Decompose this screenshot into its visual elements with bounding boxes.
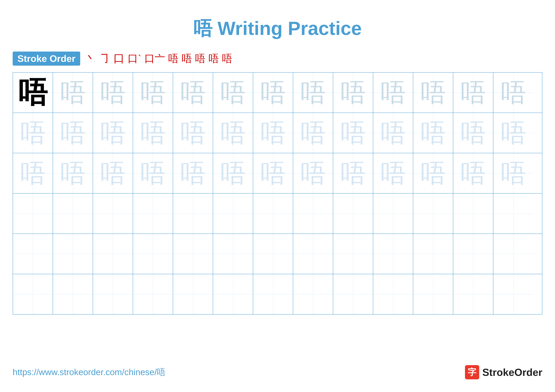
grid-cell-empty[interactable] [293,274,333,314]
grid-cell-empty[interactable] [213,234,253,274]
grid-cell-empty[interactable] [93,234,133,274]
grid-cell[interactable]: 唔 [453,113,493,153]
ghost-character: 唔 [180,120,206,146]
grid-cell-empty[interactable] [453,193,493,234]
grid-cell[interactable]: 唔 [53,153,93,193]
grid-cell-empty[interactable] [93,193,133,234]
ghost-character: 唔 [100,120,126,146]
ghost-character: 唔 [60,161,86,186]
ghost-character: 唔 [300,161,326,186]
grid-cell-empty[interactable] [173,274,213,314]
ghost-character: 唔 [220,80,246,105]
grid-cell[interactable]: 唔 [213,153,253,193]
ghost-character: 唔 [100,161,126,186]
grid-cell-empty[interactable] [493,274,533,314]
grid-cell-empty[interactable] [413,274,453,314]
grid-cell[interactable]: 唔 [373,113,413,153]
grid-cell[interactable]: 唔 [413,73,453,113]
grid-cell-empty[interactable] [13,274,53,314]
grid-row-2: 唔 唔 唔 唔 唔 唔 唔 唔 唔 唔 唔 唔 唔 [13,113,542,153]
grid-cell-empty[interactable] [453,234,493,274]
grid-cell[interactable]: 唔 [253,153,293,193]
grid-cell-empty[interactable] [13,193,53,234]
grid-cell[interactable]: 唔 [413,113,453,153]
grid-cell-empty[interactable] [53,234,93,274]
grid-cell-empty[interactable] [413,234,453,274]
grid-cell[interactable]: 唔 [213,73,253,113]
grid-cell-empty[interactable] [173,234,213,274]
grid-cell[interactable]: 唔 [53,113,93,153]
grid-cell[interactable]: 唔 [13,153,53,193]
grid-cell[interactable]: 唔 [373,153,413,193]
grid-cell[interactable]: 唔 [293,153,333,193]
grid-cell[interactable]: 唔 [173,113,213,153]
grid-cell-empty[interactable] [213,274,253,314]
grid-cell[interactable]: 唔 [253,73,293,113]
ghost-character: 唔 [60,120,86,146]
grid-cell[interactable]: 唔 [453,153,493,193]
grid-cell[interactable]: 唔 [293,113,333,153]
grid-cell-empty[interactable] [293,193,333,234]
grid-cell[interactable]: 唔 [493,73,533,113]
grid-cell-empty[interactable] [493,193,533,234]
grid-cell-empty[interactable] [13,234,53,274]
grid-cell[interactable]: 唔 [93,113,133,153]
grid-cell[interactable]: 唔 [293,73,333,113]
ghost-character: 唔 [20,120,45,146]
ghost-character: 唔 [421,80,446,105]
grid-cell[interactable]: 唔 [333,113,373,153]
grid-cell[interactable]: 唔 [133,73,173,113]
grid-cell-empty[interactable] [93,274,133,314]
grid-cell[interactable]: 唔 [173,153,213,193]
grid-cell[interactable]: 唔 [133,153,173,193]
grid-cell[interactable]: 唔 [213,113,253,153]
grid-cell-empty[interactable] [133,193,173,234]
grid-cell[interactable]: 唔 [333,73,373,113]
footer-url[interactable]: https://www.strokeorder.com/chinese/唔 [13,366,166,378]
grid-cell-ref[interactable]: 唔 [13,73,53,113]
ghost-character: 唔 [260,80,286,105]
grid-cell-empty[interactable] [493,234,533,274]
ghost-character: 唔 [501,120,526,146]
grid-cell[interactable]: 唔 [493,113,533,153]
ghost-character: 唔 [260,161,286,186]
grid-cell-empty[interactable] [133,274,173,314]
grid-cell-empty[interactable] [293,234,333,274]
grid-cell-empty[interactable] [373,193,413,234]
grid-cell[interactable]: 唔 [453,73,493,113]
grid-cell[interactable]: 唔 [253,113,293,153]
ghost-character: 唔 [501,80,526,105]
grid-cell-empty[interactable] [53,193,93,234]
grid-row-3: 唔 唔 唔 唔 唔 唔 唔 唔 唔 唔 唔 唔 唔 [13,153,542,193]
grid-cell[interactable]: 唔 [373,73,413,113]
grid-cell-empty[interactable] [173,193,213,234]
grid-cell-empty[interactable] [53,274,93,314]
ghost-character: 唔 [180,80,206,105]
grid-cell[interactable]: 唔 [93,153,133,193]
grid-cell[interactable]: 唔 [493,153,533,193]
grid-cell-empty[interactable] [413,193,453,234]
grid-cell[interactable]: 唔 [13,113,53,153]
grid-cell[interactable]: 唔 [413,153,453,193]
logo-name: StrokeOrder [482,366,542,378]
grid-cell[interactable]: 唔 [53,73,93,113]
grid-cell[interactable]: 唔 [333,153,373,193]
grid-cell[interactable]: 唔 [133,113,173,153]
grid-cell-empty[interactable] [213,193,253,234]
grid-cell-empty[interactable] [373,274,413,314]
grid-cell[interactable]: 唔 [173,73,213,113]
grid-cell-empty[interactable] [253,193,293,234]
grid-cell-empty[interactable] [333,234,373,274]
grid-cell-empty[interactable] [453,274,493,314]
grid-cell-empty[interactable] [253,274,293,314]
grid-cell-empty[interactable] [253,234,293,274]
grid-cell-empty[interactable] [133,234,173,274]
ghost-character: 唔 [340,80,366,105]
grid-row-5 [13,234,542,274]
grid-cell[interactable]: 唔 [93,73,133,113]
grid-cell-empty[interactable] [333,274,373,314]
grid-row-1: 唔 唔 唔 唔 唔 唔 唔 唔 唔 唔 唔 唔 唔 [13,73,542,113]
ghost-character: 唔 [460,161,486,186]
grid-cell-empty[interactable] [373,234,413,274]
grid-cell-empty[interactable] [333,193,373,234]
